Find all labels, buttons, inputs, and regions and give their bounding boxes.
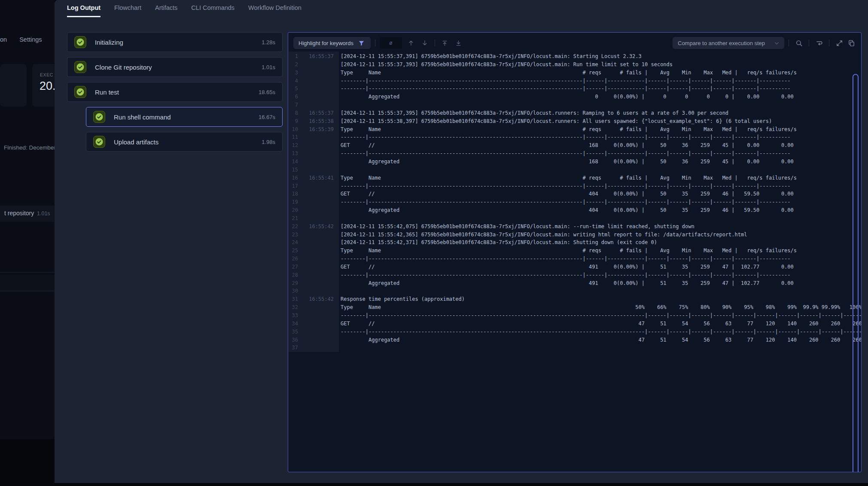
wrap-text-icon[interactable]	[813, 37, 825, 49]
exec-card-value: 20.	[40, 79, 55, 93]
step-item-run-test[interactable]: Run test 18.65s	[67, 82, 283, 102]
log-line: 33 --------|----------------------------…	[289, 312, 862, 320]
line-number: 18	[289, 190, 298, 198]
scroll-top-icon[interactable]	[439, 37, 451, 49]
step-item-run-shell-command[interactable]: Run shell command 16.67s	[86, 107, 283, 127]
line-number: 1	[289, 52, 298, 61]
log-line: 25 Type Name # reqs # fails | Avg Min Ma…	[289, 247, 862, 255]
previous-match-button[interactable]	[405, 37, 417, 49]
line-timestamp	[298, 312, 334, 320]
tab-flowchart[interactable]: Flowchart	[114, 4, 141, 17]
log-line: 9 16:55:38 [2024-12-11 15:55:38,397] 675…	[289, 117, 862, 125]
line-number: 24	[289, 238, 298, 247]
line-timestamp	[298, 328, 334, 336]
line-text: --------|-------------------------------…	[334, 312, 862, 320]
line-text: Response time percentiles (approximated)	[334, 295, 465, 303]
line-text: Type Name # reqs # fails | Avg Min Max M…	[334, 125, 797, 134]
log-line: 37	[289, 344, 862, 352]
log-line: 19 --------|----------------------------…	[289, 198, 862, 206]
line-number: 17	[289, 182, 298, 190]
line-text: [2024-12-11 15:55:42,371] 6759b5eb01be01…	[334, 238, 657, 247]
tab-artifacts[interactable]: Artifacts	[155, 4, 177, 17]
log-lines: 1 16:55:37 [2024-12-11 15:55:37,391] 675…	[289, 52, 862, 352]
line-text: GET // 47 51 54 56 63 77 120 140 260 260…	[334, 320, 862, 328]
line-text: Type Name # reqs # fails | Avg Min Max M…	[334, 69, 797, 77]
line-timestamp: 16:55:42	[298, 295, 334, 303]
log-line: 14 Aggregated 168 0(0.00%) | 50 36 259 4…	[289, 158, 862, 166]
highlight-keywords-label: Highlight for keywords	[298, 40, 353, 46]
scrollbar-thumb[interactable]	[853, 74, 859, 472]
copy-icon[interactable]	[846, 37, 857, 49]
line-number: 12	[289, 141, 298, 150]
background-step-row[interactable]: t repository 1.01s	[0, 205, 55, 222]
line-timestamp	[298, 231, 334, 239]
compare-step-dropdown[interactable]: Compare to another execution step	[673, 37, 784, 49]
background-nav-item-settings[interactable]: Settings	[19, 36, 42, 43]
log-line: 28 --------|----------------------------…	[289, 271, 862, 279]
line-text	[334, 344, 341, 352]
log-toolbar: Highlight for keywords ø	[288, 33, 861, 51]
line-number: 4	[289, 77, 298, 85]
line-number: 27	[289, 263, 298, 271]
search-icon[interactable]	[793, 37, 804, 49]
log-line: 26 --------|----------------------------…	[289, 255, 862, 263]
step-duration: 16.67s	[259, 114, 275, 120]
log-line: 31 16:55:42 Response time percentiles (a…	[289, 295, 862, 303]
match-count-box: ø	[380, 37, 402, 49]
background-nav-item-partial[interactable]: on	[0, 36, 7, 43]
line-timestamp: 16:55:37	[298, 109, 334, 117]
log-line: 8 16:55:37 [2024-12-11 15:55:37,395] 675…	[289, 109, 862, 117]
expand-icon[interactable]	[834, 37, 845, 49]
tab-log-output[interactable]: Log Output	[67, 4, 101, 17]
tab-cli-commands[interactable]: CLI Commands	[191, 4, 235, 17]
background-nav: on Settings	[0, 36, 55, 43]
line-text: GET // 491 0(0.00%) | 51 35 259 47 | 102…	[334, 263, 794, 271]
line-number: 10	[289, 125, 298, 134]
background-exec-card: EXEC 20.	[32, 64, 55, 107]
log-line: 35 --------|----------------------------…	[289, 328, 862, 336]
log-toolbar-right: Compare to another execution step	[673, 37, 857, 49]
background-row	[0, 275, 55, 291]
log-line: 7	[289, 101, 862, 109]
line-number: 3	[289, 69, 298, 77]
line-text: --------|-------------------------------…	[334, 271, 791, 279]
tab-bar: Log OutputFlowchartArtifactsCLI Commands…	[67, 0, 302, 17]
next-match-button[interactable]	[419, 37, 430, 49]
line-number: 36	[289, 336, 298, 344]
log-line: 6 Aggregated 0 0(0.00%) | 0 0 0 0 | 0.00…	[289, 93, 862, 101]
line-text: GET // 168 0(0.00%) | 50 36 259 45 | 0.0…	[334, 141, 794, 150]
line-text: [2024-12-11 15:55:38,397] 6759b5eb01be01…	[334, 117, 772, 125]
log-line: 2 [2024-12-11 15:55:37,393] 6759b5eb01be…	[289, 61, 862, 69]
line-text: Type Name 50% 66% 75% 80% 90% 95% 98% 99…	[334, 303, 862, 312]
success-check-icon	[74, 86, 86, 98]
filter-icon	[358, 39, 365, 47]
success-check-icon	[93, 111, 105, 123]
line-timestamp: 16:55:37	[298, 52, 334, 61]
log-line: 32 Type Name 50% 66% 75% 80% 90% 95% 98%…	[289, 303, 862, 312]
step-label: Run shell command	[114, 113, 259, 121]
line-timestamp	[298, 206, 334, 214]
step-item-clone-git-repository[interactable]: Clone Git repository 1.01s	[67, 57, 283, 77]
step-item-upload-artifacts[interactable]: Upload artifacts 1.98s	[86, 132, 283, 152]
line-number: 6	[289, 93, 298, 101]
line-number: 37	[289, 344, 298, 352]
line-number: 13	[289, 150, 298, 158]
line-number: 5	[289, 85, 298, 93]
line-number: 30	[289, 287, 298, 295]
scroll-bottom-icon[interactable]	[453, 37, 464, 49]
tab-workflow-definition[interactable]: Workflow Definition	[248, 4, 302, 17]
divider	[0, 291, 55, 291]
highlight-keywords-button[interactable]: Highlight for keywords	[293, 37, 371, 49]
line-text	[334, 287, 341, 295]
step-item-initializing[interactable]: Initializing 1.28s	[67, 32, 283, 52]
line-timestamp	[298, 85, 334, 93]
log-line: 27 GET // 491 0(0.00%) | 51 35 259 47 | …	[289, 263, 862, 271]
line-number: 9	[289, 117, 298, 125]
line-timestamp	[298, 279, 334, 287]
line-text: [2024-12-11 15:55:42,075] 6759b5eb01be01…	[334, 223, 694, 231]
line-timestamp	[298, 287, 334, 295]
compare-step-label: Compare to another execution step	[678, 40, 765, 46]
chevron-down-icon	[773, 40, 780, 46]
line-number: 31	[289, 295, 298, 303]
line-number: 28	[289, 271, 298, 279]
